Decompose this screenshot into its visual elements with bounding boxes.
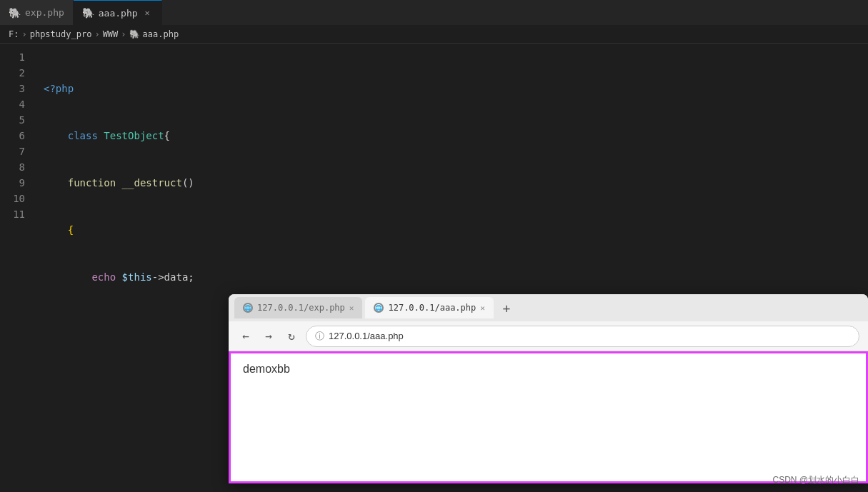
browser-addressbar: ← → ↻ ⓘ 127.0.0.1/aaa.php [229,321,868,351]
bottom-area: 🌐 127.0.0.1/exp.php ✕ 🌐 127.0.0.1/aaa.ph… [0,286,868,492]
tab-bar: 🐘 exp.php 🐘 aaa.php ✕ [0,0,868,25]
browser-globe-icon-exp: 🌐 [243,303,253,313]
browser-tab-label-exp: 127.0.0.1/exp.php [257,303,345,313]
browser-output-text: demoxbb [243,363,290,375]
breadcrumb-phpstudy: phpstudy_pro [30,29,92,39]
breadcrumb: F: › phpstudy_pro › WWW › 🐘 aaa.php [0,25,868,44]
browser-address-bar[interactable]: ⓘ 127.0.0.1/aaa.php [306,326,859,347]
browser-forward-button[interactable]: → [260,328,277,345]
browser-globe-icon-aaa: 🌐 [374,303,384,313]
line-numbers: 1 2 3 4 5 6 7 8 9 10 11 [0,44,32,286]
address-info-icon: ⓘ [315,330,324,343]
browser-tab-exp[interactable]: 🌐 127.0.0.1/exp.php ✕ [234,297,362,318]
code-content[interactable]: <?php class TestObject{ function __destr… [32,44,868,286]
browser-tab-close-exp[interactable]: ✕ [349,303,354,313]
browser-tabbar: 🌐 127.0.0.1/exp.php ✕ 🌐 127.0.0.1/aaa.ph… [229,294,868,321]
breadcrumb-icon: 🐘 [129,29,140,39]
browser-window: 🌐 127.0.0.1/exp.php ✕ 🌐 127.0.0.1/aaa.ph… [229,294,868,483]
breadcrumb-file: aaa.php [143,29,179,39]
browser-tab-close-aaa[interactable]: ✕ [480,303,485,313]
code-area[interactable]: 1 2 3 4 5 6 7 8 9 10 11 <?php class Test… [0,44,868,286]
tab-label-aaa: aaa.php [99,8,138,19]
address-text: 127.0.0.1/aaa.php [329,331,404,341]
breadcrumb-www: WWW [103,29,119,39]
tab-icon-exp: 🐘 [9,7,21,19]
tab-exp-php[interactable]: 🐘 exp.php [0,0,74,25]
tab-icon-aaa: 🐘 [82,7,94,19]
browser-reload-button[interactable]: ↻ [283,328,300,345]
browser-content: demoxbb [229,351,868,483]
browser-back-button[interactable]: ← [237,328,254,345]
editor-container: 🐘 exp.php 🐘 aaa.php ✕ F: › phpstudy_pro … [0,0,868,286]
tab-aaa-php[interactable]: 🐘 aaa.php ✕ [74,0,162,25]
browser-tab-label-aaa: 127.0.0.1/aaa.php [388,303,476,313]
tab-label-exp: exp.php [25,7,64,18]
browser-new-tab-button[interactable]: + [497,298,517,318]
watermark: CSDN @划水的小白白 [772,474,859,486]
browser-tab-aaa[interactable]: 🌐 127.0.0.1/aaa.php ✕ [365,297,493,318]
breadcrumb-f: F: [9,29,19,39]
tab-close-aaa[interactable]: ✕ [142,6,153,19]
